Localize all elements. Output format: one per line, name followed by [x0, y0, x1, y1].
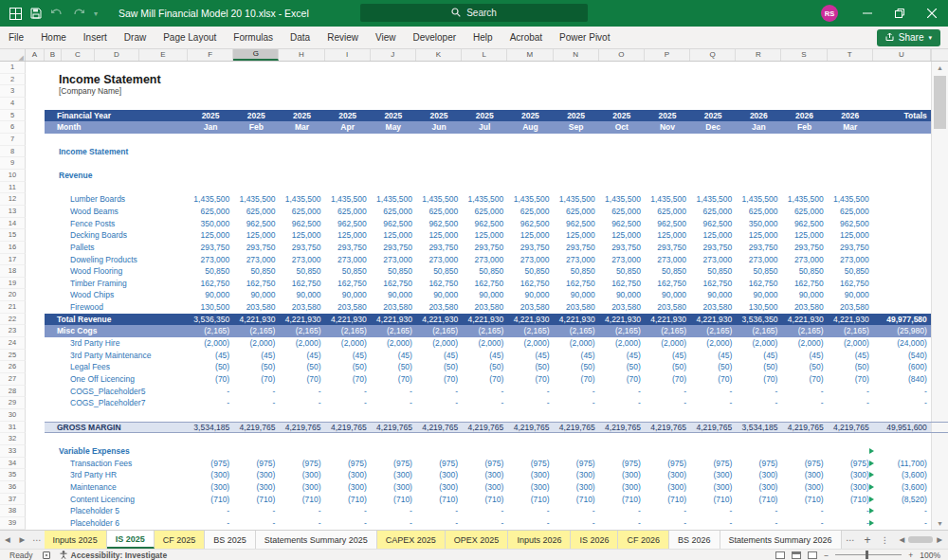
sheet-tab-is-2026[interactable]: IS 2026 — [571, 531, 618, 549]
cell[interactable] — [781, 62, 827, 74]
zoom-level[interactable]: 100% — [920, 551, 940, 560]
cell[interactable]: (300) — [188, 481, 233, 494]
column-header-G[interactable]: G — [233, 49, 279, 61]
cell[interactable] — [279, 433, 324, 445]
cell[interactable]: (50) — [736, 361, 781, 373]
cell[interactable]: (2,000) — [462, 337, 507, 350]
zoom-slider-thumb[interactable] — [866, 551, 868, 559]
cell-total[interactable]: (600) — [873, 361, 931, 373]
cell[interactable]: 50,850 — [416, 265, 462, 278]
cell[interactable]: - — [736, 386, 781, 398]
cell[interactable]: 273,000 — [233, 254, 279, 266]
cell[interactable] — [233, 85, 279, 98]
cell[interactable] — [690, 146, 736, 158]
cell[interactable] — [325, 445, 371, 458]
cell[interactable] — [507, 409, 553, 422]
cell-total[interactable] — [873, 409, 931, 422]
cell[interactable]: (300) — [781, 481, 827, 494]
cell[interactable]: 125,000 — [690, 229, 736, 242]
cell[interactable] — [690, 409, 736, 422]
cell[interactable]: 4,221,930 — [781, 314, 827, 326]
cell[interactable] — [188, 74, 233, 86]
cell[interactable] — [736, 433, 781, 445]
cell[interactable]: (710) — [828, 494, 873, 506]
cell[interactable] — [279, 409, 324, 422]
cell[interactable]: (50) — [781, 361, 827, 373]
cell[interactable]: 293,750 — [828, 242, 873, 254]
cell[interactable]: 625,000 — [599, 206, 645, 218]
cell[interactable]: (710) — [599, 494, 645, 506]
cell[interactable]: - — [690, 397, 736, 409]
cell[interactable]: 50,850 — [279, 265, 324, 278]
cell[interactable]: (2,165) — [233, 325, 279, 337]
cell[interactable]: 350,000 — [736, 218, 781, 230]
cell[interactable] — [462, 62, 507, 74]
row-label[interactable]: 3rd Party HR — [26, 469, 188, 481]
row-label[interactable]: 3rd Party Maintenance — [26, 350, 188, 362]
cell[interactable]: 625,000 — [371, 206, 416, 218]
cell[interactable]: 4,219,765 — [554, 422, 599, 434]
cell[interactable]: 273,000 — [736, 254, 781, 266]
cell[interactable]: 273,000 — [828, 254, 873, 266]
row-label[interactable] — [26, 182, 188, 194]
qat-customize-icon[interactable]: ▾ — [94, 9, 98, 18]
tab-overflow-button[interactable]: ⋯ — [842, 531, 859, 549]
cell[interactable]: (70) — [736, 373, 781, 386]
cell[interactable]: 2025 — [507, 110, 553, 122]
cell[interactable] — [188, 62, 233, 74]
cell[interactable]: (300) — [599, 469, 645, 481]
cell[interactable]: (300) — [416, 469, 462, 481]
row-number-7[interactable]: 7 — [0, 134, 26, 146]
cell[interactable] — [828, 445, 873, 458]
cell[interactable]: (70) — [188, 373, 233, 386]
cell[interactable]: 2025 — [279, 110, 324, 122]
cell[interactable]: 273,000 — [507, 254, 553, 266]
cell[interactable] — [645, 134, 690, 146]
cell[interactable]: (300) — [371, 481, 416, 494]
row-label[interactable]: Timber Framing — [26, 278, 188, 290]
cell[interactable]: 162,750 — [554, 278, 599, 290]
row-label[interactable]: Pallets — [26, 242, 188, 254]
cell[interactable]: Mar — [279, 121, 324, 134]
row-label[interactable]: Placeholder 6 — [26, 517, 188, 530]
cell[interactable]: (975) — [188, 458, 233, 470]
cell[interactable]: 962,500 — [690, 218, 736, 230]
row-label[interactable]: Wood Flooring — [26, 265, 188, 278]
cell[interactable] — [554, 146, 599, 158]
cell[interactable]: - — [462, 397, 507, 409]
cell[interactable]: (300) — [188, 469, 233, 481]
cell[interactable]: 273,000 — [416, 254, 462, 266]
row-label[interactable]: Fence Posts — [26, 218, 188, 230]
row-number-33[interactable]: 33 — [0, 445, 26, 458]
cell[interactable]: (300) — [554, 481, 599, 494]
cell[interactable]: (975) — [736, 458, 781, 470]
row-label[interactable]: Total Revenue — [26, 314, 188, 326]
cell[interactable]: (2,165) — [645, 325, 690, 337]
cell[interactable]: 90,000 — [325, 289, 371, 301]
column-header-T[interactable]: T — [828, 49, 873, 61]
cell-total[interactable] — [873, 289, 931, 301]
cell[interactable]: 125,000 — [507, 229, 553, 242]
cell[interactable] — [325, 409, 371, 422]
cell[interactable]: 162,750 — [645, 278, 690, 290]
cell[interactable] — [507, 157, 553, 170]
cell[interactable]: 4,221,930 — [599, 314, 645, 326]
column-header-O[interactable]: O — [599, 49, 645, 61]
cell-total[interactable]: (8,520) — [873, 494, 931, 506]
ribbon-tab-review[interactable]: Review — [319, 27, 367, 48]
cell[interactable]: - — [599, 397, 645, 409]
scroll-down-icon[interactable]: ▼ — [932, 517, 948, 530]
cell[interactable]: (2,165) — [371, 325, 416, 337]
cell[interactable]: - — [233, 505, 279, 517]
cell[interactable]: 203,580 — [828, 301, 873, 314]
cell[interactable]: - — [188, 505, 233, 517]
cell[interactable] — [279, 146, 324, 158]
cell[interactable] — [828, 98, 873, 110]
cell[interactable]: 203,580 — [279, 301, 324, 314]
cell[interactable]: - — [279, 397, 324, 409]
cell[interactable]: (45) — [781, 350, 827, 362]
row-number-11[interactable]: 11 — [0, 182, 26, 194]
cell-total[interactable]: (24,000) — [873, 337, 931, 350]
cell[interactable]: - — [599, 386, 645, 398]
row-label[interactable] — [26, 98, 188, 110]
